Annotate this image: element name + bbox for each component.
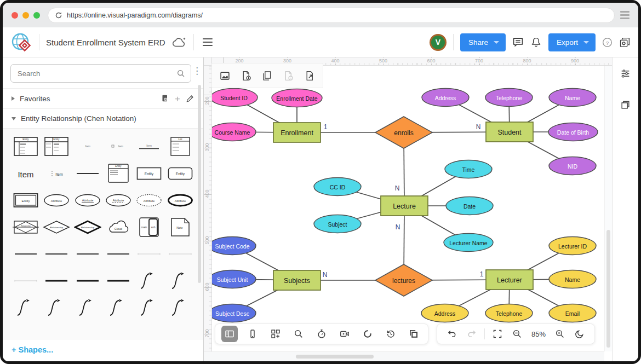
document-title[interactable]: Student Enrollment System ERD: [46, 38, 165, 47]
favorites-section-header[interactable]: Favorites +: [3, 88, 203, 109]
diagram-node-lectures[interactable]: lectures: [375, 264, 432, 296]
diagram-node-enrollment-date[interactable]: Enrollment Date: [272, 89, 322, 107]
vertical-scrollbar[interactable]: [606, 230, 610, 348]
diagram-node-dob[interactable]: Date of Birth: [548, 123, 598, 141]
edit-pencil-icon[interactable]: [186, 94, 194, 103]
palette-item-hline[interactable]: [41, 240, 72, 267]
palette-item-scurve[interactable]: [41, 294, 72, 321]
diagram-node-subjects[interactable]: Subjects: [273, 270, 321, 290]
palette-item-entity-rounded[interactable]: Entity: [165, 160, 196, 187]
palette-item-attr-underline[interactable]: Attribute: [72, 187, 103, 213]
palette-item-hline-light[interactable]: [10, 267, 41, 294]
browser-menu-icon[interactable]: [620, 11, 629, 19]
diagram-node-subject[interactable]: Subject: [314, 215, 361, 233]
palette-item-hline[interactable]: [72, 240, 103, 267]
palette-item-attr-dashed-underline[interactable]: Attribute: [103, 187, 134, 213]
minimize-window-button[interactable]: [22, 12, 29, 19]
palette-item-hline-light[interactable]: [134, 240, 164, 267]
palette-item-relationship-bold[interactable]: Relationship: [72, 213, 103, 240]
history-tool-button[interactable]: [379, 323, 402, 344]
diagram-node-date[interactable]: Date: [446, 197, 493, 215]
search-tool-button[interactable]: [287, 323, 310, 344]
sidebar-scrollbar[interactable]: [198, 85, 201, 283]
diagram-node-student[interactable]: Student: [486, 122, 533, 142]
diagram-node-lecturer-id[interactable]: Lecturer ID: [549, 237, 596, 255]
palette-item-hline-bold[interactable]: [103, 267, 134, 294]
help-icon[interactable]: ?: [602, 37, 613, 48]
snapshot-icon[interactable]: [619, 37, 631, 48]
palette-item-hline[interactable]: [103, 240, 134, 267]
diagram-node-email-l[interactable]: Email: [549, 304, 596, 322]
palette-item-scurve[interactable]: [134, 294, 164, 321]
layers-tool-button[interactable]: [402, 323, 425, 344]
palette-item-note[interactable]: Note: [165, 213, 196, 240]
timer-tool-button[interactable]: [310, 323, 333, 344]
palette-item-scurve[interactable]: [165, 294, 196, 321]
video-tool-button[interactable]: [333, 323, 356, 344]
palette-item-scurve[interactable]: [10, 294, 41, 321]
diagram-node-ccid[interactable]: CC ID: [314, 178, 361, 196]
palette-item-entity-double[interactable]: Entity: [10, 187, 41, 213]
palette-item-listbox[interactable]: List: [165, 133, 196, 160]
diagram-node-address-l[interactable]: Address: [421, 304, 468, 322]
palette-item-hline-light[interactable]: [165, 240, 196, 267]
panel-tool-button[interactable]: [221, 326, 238, 342]
fullscreen-button[interactable]: [488, 323, 507, 344]
diagram-node-enrolls[interactable]: enrolls: [375, 117, 432, 148]
horizontal-scrollbar[interactable]: [296, 355, 374, 359]
palette-item-tinytext-underline[interactable]: Item: [134, 133, 164, 160]
diagram-node-nid[interactable]: NID: [549, 157, 596, 175]
palette-item-attr-bold[interactable]: Attribute: [165, 187, 196, 213]
diagram-node-name-l[interactable]: Name: [549, 270, 596, 288]
undo-button[interactable]: [443, 323, 461, 344]
diagram-node-subject-unit[interactable]: Subject Unit: [209, 270, 256, 288]
image-icon[interactable]: [220, 71, 230, 81]
palette-item-scurve[interactable]: [72, 294, 103, 321]
palette-item-table2[interactable]: Entity: [41, 133, 72, 160]
palette-item-cloud[interactable]: Cloud: [103, 213, 134, 240]
palette-item-entity-rows[interactable]: Entity: [103, 160, 134, 187]
bell-icon[interactable]: [530, 37, 542, 48]
diagram-node-telephone-l[interactable]: Telephone: [485, 304, 533, 322]
pages-icon[interactable]: [262, 71, 272, 81]
zoom-in-button[interactable]: [551, 323, 569, 344]
diagram-node-time[interactable]: Time: [445, 160, 492, 178]
diagram-node-lecturer-name[interactable]: Lecturer Name: [444, 234, 493, 252]
comment-icon[interactable]: [512, 37, 524, 48]
palette-item-tinytext[interactable]: Item: [72, 133, 103, 160]
page-remove-icon[interactable]: [283, 71, 294, 81]
expand-icon[interactable]: [12, 96, 15, 101]
moon-button[interactable]: [570, 323, 589, 344]
cloud-sync-icon[interactable]: [172, 37, 187, 48]
pages2-icon[interactable]: [620, 100, 631, 110]
close-window-button[interactable]: [12, 12, 18, 19]
diagram-node-subject-desc[interactable]: Subject Desc: [209, 304, 256, 322]
page-add-icon[interactable]: [241, 71, 251, 81]
diagram-node-lecture[interactable]: Lecture: [381, 196, 428, 216]
palette-item-scurve[interactable]: [165, 267, 196, 294]
reload-icon[interactable]: [55, 11, 62, 19]
more-shapes-link[interactable]: + Shapes...: [3, 339, 203, 361]
app-menu-icon[interactable]: [201, 36, 215, 48]
maximize-window-button[interactable]: [33, 12, 40, 19]
add-favorite-icon[interactable]: +: [175, 94, 180, 103]
palette-item-hline-bold[interactable]: [41, 267, 72, 294]
palette-item-item-large[interactable]: Item: [10, 160, 41, 187]
palette-item-tinytext-icon[interactable]: Item: [103, 133, 134, 160]
address-bar[interactable]: https://online.visual-paradigm.com/diagr…: [48, 8, 615, 23]
sliders-icon[interactable]: [620, 68, 631, 79]
palette-item-relationship[interactable]: Relationship: [41, 213, 72, 240]
diagram-node-course-name[interactable]: Course Name: [209, 123, 256, 141]
diagram-node-subject-code[interactable]: Subject Code: [209, 237, 256, 255]
loading-tool-button[interactable]: [356, 323, 379, 344]
redo-button[interactable]: [462, 323, 481, 344]
palette-item-scurve[interactable]: [103, 294, 134, 321]
zoom-out-button[interactable]: [508, 323, 526, 344]
sidebar-options-icon[interactable]: ⋮: [192, 66, 202, 76]
palette-item-hline-bold[interactable]: [72, 267, 103, 294]
diagram-node-student-id[interactable]: Student ID: [210, 89, 257, 107]
diagram-node-address-s[interactable]: Address: [422, 89, 469, 107]
search-box[interactable]: [10, 64, 191, 83]
palette-item-container[interactable]: mainsub: [134, 213, 164, 240]
export-button[interactable]: Export: [548, 33, 596, 51]
